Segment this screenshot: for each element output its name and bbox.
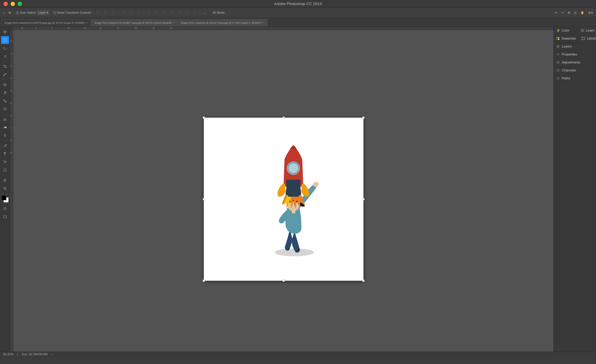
home-button[interactable]: ⌂ (1, 10, 6, 15)
selection-tool[interactable] (1, 36, 9, 44)
dodge-tool[interactable] (1, 132, 9, 139)
quick-mask-btn[interactable] (1, 205, 9, 212)
tab-3-close[interactable]: × (263, 22, 264, 24)
tab-3[interactable]: image-from-rawpixel-id-431437-jpeg.jpg @… (178, 19, 268, 26)
distribute-bottom-btn[interactable]: ⬛ (184, 10, 191, 15)
layers-label: Layers (562, 44, 572, 48)
handle-top-center[interactable] (283, 116, 285, 119)
distribute-left-btn[interactable]: ⬛ (146, 10, 152, 15)
align-middle-btn[interactable]: ⬛ (128, 10, 134, 15)
foreground-color-swatch[interactable] (1, 195, 6, 200)
paths-section: Paths (554, 74, 596, 82)
undo-btn[interactable]: ↩ (553, 10, 559, 15)
distribute-middle-btn[interactable]: ⬛ (176, 10, 183, 15)
distribute-top-btn[interactable]: ⬛ (169, 10, 175, 15)
text-tool-icon: T (4, 152, 6, 156)
hand-tool[interactable] (1, 176, 9, 184)
eraser-tool[interactable] (1, 115, 9, 123)
auto-select-checkbox[interactable]: ✓ Auto-Select: Layer ▾ (16, 10, 50, 15)
ruler-top-marks: -5 0 5 10 15 20 25 30 35 40 (14, 27, 553, 30)
learn-section-header[interactable]: Learn (578, 27, 596, 34)
magic-wand-tool[interactable] (1, 52, 9, 60)
3d-mode-btn[interactable]: 3D Mode (211, 10, 226, 15)
svg-text:9: 9 (10, 152, 12, 153)
align-top-btn[interactable]: ⬛ (120, 10, 127, 15)
svg-rect-19 (3, 216, 6, 218)
handle-top-right[interactable] (362, 116, 365, 119)
history-brush-tool[interactable] (1, 105, 9, 113)
lasso-tool[interactable] (1, 44, 9, 52)
paths-icon (556, 77, 560, 80)
handle-middle-left[interactable] (203, 198, 205, 200)
align-top-icon: ⬛ (122, 11, 125, 15)
distribute-right-btn[interactable]: ⬛ (161, 10, 168, 15)
move-tool[interactable] (1, 28, 9, 36)
maximize-button[interactable] (18, 2, 22, 6)
brush-tool[interactable] (1, 89, 9, 97)
close-button[interactable] (4, 2, 8, 6)
svg-point-51 (558, 54, 559, 55)
libraries-label: Libraries (587, 36, 596, 40)
adjustments-section-header[interactable]: Adjustments (554, 58, 596, 66)
path-selection-tool[interactable] (1, 158, 9, 166)
more-btn[interactable]: ... (202, 10, 207, 15)
dropdown-arrow: ▾ (47, 11, 48, 15)
canvas-area[interactable] (14, 30, 553, 352)
zoom-tool[interactable] (1, 184, 9, 192)
paths-section-header[interactable]: Paths (554, 74, 596, 82)
text-tool[interactable]: T (1, 150, 9, 158)
handle-top-left[interactable] (203, 116, 205, 119)
color-section-header[interactable]: Color (554, 27, 578, 34)
dist-bottom-icon: ⬛ (185, 11, 189, 15)
pen-tool[interactable] (1, 142, 9, 150)
show-transform-checkbox[interactable]: ✓ Show Transform Controls (53, 11, 91, 15)
tab-1[interactable]: image-from-rawpixel-id-424879-jpeg.jpg @… (1, 19, 91, 26)
layers-section-header[interactable]: Layers (554, 43, 596, 50)
redo-btn[interactable]: ↪ (560, 10, 565, 15)
svg-rect-49 (286, 180, 300, 189)
arrange-btn[interactable]: ⊞ (566, 10, 572, 15)
distribute-center-btn[interactable]: ⬛ (153, 10, 160, 15)
tab-2[interactable]: image-from-rawpixel-id-424687-jpeg.jpg @… (91, 19, 178, 26)
layer-dropdown[interactable]: Layer ▾ (37, 10, 50, 15)
dist-top-icon: ⬛ (170, 11, 174, 15)
handle-bottom-right[interactable] (362, 280, 365, 282)
minimize-button[interactable] (11, 2, 15, 6)
tab-1-close[interactable]: × (87, 22, 88, 24)
status-arrow[interactable]: › (51, 352, 52, 356)
clone-stamp-tool[interactable] (1, 97, 9, 105)
hand-toolbar-btn[interactable]: ✋ (579, 10, 586, 15)
color-swatches[interactable] (1, 195, 8, 202)
undo-icon: ↩ (555, 11, 557, 15)
eyedropper-tool[interactable] (1, 71, 9, 79)
svg-rect-45 (292, 210, 295, 213)
align-bottom-btn[interactable]: ⬛ (135, 10, 142, 15)
handle-bottom-center[interactable] (283, 280, 285, 282)
properties-section-header[interactable]: Properties (554, 51, 596, 58)
libraries-section-header[interactable]: Libraries (579, 35, 596, 42)
align-left-btn[interactable]: ⬛ (95, 10, 101, 15)
align-right-btn[interactable]: ⬛ (110, 10, 117, 15)
svg-rect-10 (3, 127, 6, 128)
gradient-tool[interactable] (1, 124, 9, 131)
adjustments-section: Adjustments (554, 58, 596, 66)
swatches-section-header[interactable]: Swatches (554, 35, 579, 42)
align-center-btn[interactable]: ⬛ (102, 10, 109, 15)
target-btn[interactable]: ◎ (573, 10, 578, 15)
workspace-btn[interactable]: ⊞ (7, 10, 12, 15)
handle-bottom-left[interactable] (203, 280, 205, 282)
svg-text:-5: -5 (21, 27, 23, 29)
healing-tool[interactable] (1, 81, 9, 89)
tabs-bar: image-from-rawpixel-id-424879-jpeg.jpg @… (0, 18, 596, 27)
handle-middle-right[interactable] (362, 198, 365, 200)
crop-tool[interactable] (1, 63, 9, 70)
distribute-equal-btn[interactable]: ⬛ (192, 10, 198, 15)
screen-mode-btn[interactable] (1, 213, 9, 221)
shape-tool[interactable] (1, 166, 9, 174)
tab-2-close[interactable]: × (173, 22, 175, 24)
status-separator: | (17, 352, 18, 356)
title-bar: Adobe Photoshop CC 2019 (0, 0, 596, 8)
arrange-icon: ⊞ (568, 11, 570, 15)
channels-section-header[interactable]: Channels (554, 66, 596, 74)
zoom-toolbar-btn[interactable]: ⊕⊖ (587, 10, 595, 15)
